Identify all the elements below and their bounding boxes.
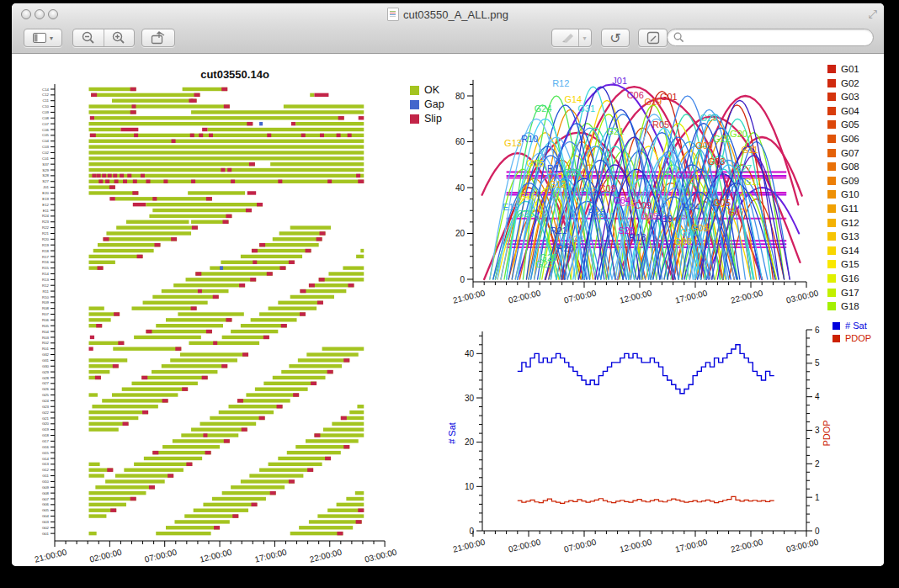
rotate-left-button[interactable]: ↺ <box>601 29 630 47</box>
svg-text:G27: G27 <box>734 163 752 173</box>
svg-text:21:00:00: 21:00:00 <box>34 547 68 564</box>
svg-text:G23: G23 <box>535 259 553 269</box>
elev-legend-item-G02: G02 <box>827 78 859 88</box>
svg-text:R09: R09 <box>42 300 49 305</box>
edit-markup-button[interactable] <box>638 29 668 47</box>
view-menu-button[interactable]: ▾ <box>24 29 62 47</box>
svg-text:R24: R24 <box>683 202 700 212</box>
svg-text:R11: R11 <box>42 289 49 294</box>
svg-text:C02: C02 <box>676 170 693 180</box>
svg-text:R20: R20 <box>42 237 49 241</box>
svg-text:G18: G18 <box>42 433 50 437</box>
image-view: 21:00:0002:00:0007:00:0012:00:0017:00:00… <box>12 54 884 566</box>
svg-text:C05: C05 <box>42 133 49 137</box>
svg-text:02:00:00: 02:00:00 <box>508 288 542 305</box>
elev-legend-item-G11: G11 <box>827 204 859 214</box>
svg-text:C03: C03 <box>42 145 49 149</box>
svg-text:R17: R17 <box>42 255 49 259</box>
preview-window: cut03550_A_ALL.png ⤢ ▾ ▾ ↺ <box>12 3 884 566</box>
svg-text:R22: R22 <box>42 225 49 230</box>
elev-legend-item-G01: G01 <box>827 64 859 74</box>
highlighter-icon <box>561 33 574 43</box>
zoom-in-icon <box>112 31 125 45</box>
svg-text:E19: E19 <box>42 197 49 201</box>
legend-swatch <box>410 114 419 124</box>
svg-text:R21: R21 <box>551 225 567 236</box>
svg-text:12:00:00: 12:00:00 <box>619 288 653 305</box>
svg-text:G03: G03 <box>42 520 50 524</box>
svg-text:C06: C06 <box>627 90 644 100</box>
legend-label: G04 <box>841 106 859 116</box>
svg-text:03:00:00: 03:00:00 <box>364 547 398 564</box>
svg-text:G05: G05 <box>42 508 50 512</box>
svg-text:E19: E19 <box>503 202 519 212</box>
markup-tools-button[interactable]: ▾ <box>551 29 592 47</box>
legend-label: # Sat <box>845 320 867 331</box>
svg-text:E12: E12 <box>580 186 597 196</box>
title-bar[interactable]: cut03550_A_ALL.png ⤢ <box>12 3 884 24</box>
elev-legend-item-G17: G17 <box>827 288 859 298</box>
svg-text:G22: G22 <box>42 411 50 415</box>
share-button[interactable] <box>141 29 175 47</box>
svg-text:G06: G06 <box>674 236 692 246</box>
svg-text:C10: C10 <box>42 104 49 109</box>
svg-text:G13: G13 <box>42 462 50 466</box>
legend-label: G09 <box>841 176 859 186</box>
svg-text:03:00:00: 03:00:00 <box>785 537 820 554</box>
legend-label: OK <box>424 84 439 96</box>
legend-swatch <box>827 246 836 255</box>
legend-label: G05 <box>841 119 859 130</box>
svg-text:G29: G29 <box>700 113 717 123</box>
legend-label: G06 <box>841 134 859 144</box>
svg-text:R03: R03 <box>42 336 49 340</box>
zoom-out-button[interactable] <box>73 29 104 46</box>
legend-label: G07 <box>841 148 859 158</box>
svg-text:C02: C02 <box>42 151 49 155</box>
svg-text:S27: S27 <box>42 179 49 183</box>
svg-text:R01: R01 <box>42 347 49 351</box>
svg-text:R06: R06 <box>42 318 49 322</box>
search-input[interactable] <box>688 31 873 45</box>
elev-legend-item-G18: G18 <box>827 301 859 311</box>
svg-text:S37: S37 <box>42 162 49 167</box>
svg-text:G14: G14 <box>42 457 50 461</box>
svg-text:C14: C14 <box>42 87 49 92</box>
svg-text:R19: R19 <box>656 214 673 224</box>
svg-text:G01: G01 <box>42 532 50 536</box>
svg-text:S29: S29 <box>42 168 49 172</box>
search-field[interactable] <box>667 29 874 46</box>
svg-text:10: 10 <box>465 482 475 491</box>
legend-label: G08 <box>841 162 859 172</box>
satplot-legend-item-PDOP: PDOP <box>833 333 871 343</box>
svg-text:20: 20 <box>455 229 465 238</box>
svg-text:G12: G12 <box>549 179 567 189</box>
svg-text:G26: G26 <box>517 209 535 219</box>
fullscreen-icon[interactable]: ⤢ <box>869 8 877 21</box>
svg-text:C08: C08 <box>42 116 49 120</box>
svg-text:17:00:00: 17:00:00 <box>674 537 709 554</box>
svg-text:R18: R18 <box>629 232 646 242</box>
legend-swatch <box>827 177 836 185</box>
legend-swatch <box>827 289 836 297</box>
nsat-axis-label: # Sat <box>447 422 457 444</box>
legend-swatch <box>827 149 836 157</box>
svg-text:G31: G31 <box>42 358 50 363</box>
rotate-left-icon: ↺ <box>609 30 620 46</box>
svg-text:G20: G20 <box>730 129 747 139</box>
svg-text:G26: G26 <box>42 387 50 391</box>
legend-swatch <box>827 107 836 115</box>
svg-text:20: 20 <box>465 437 475 447</box>
elev-legend-item-G16: G16 <box>827 273 859 283</box>
view-caret-icon: ▾ <box>50 34 53 42</box>
svg-text:G17: G17 <box>744 177 762 187</box>
svg-text:G16: G16 <box>42 445 50 449</box>
svg-text:J01: J01 <box>43 185 50 189</box>
svg-text:80: 80 <box>455 92 465 101</box>
svg-text:22:00:00: 22:00:00 <box>730 537 764 554</box>
svg-text:22:00:00: 22:00:00 <box>309 547 343 564</box>
svg-text:07:00:00: 07:00:00 <box>563 288 598 305</box>
elev-legend-item-G13: G13 <box>827 231 859 241</box>
svg-text:G27: G27 <box>42 381 50 385</box>
svg-text:6: 6 <box>815 326 820 335</box>
zoom-in-button[interactable] <box>104 29 134 46</box>
